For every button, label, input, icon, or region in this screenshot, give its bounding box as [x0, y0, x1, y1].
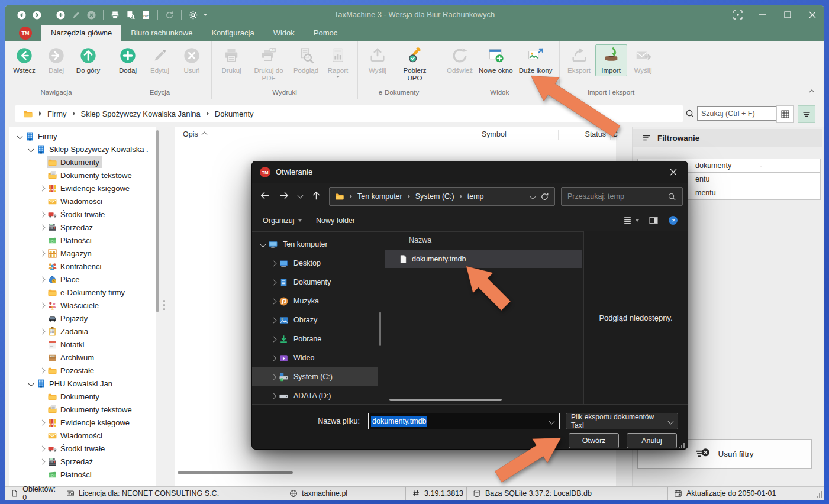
view-mode-button[interactable]	[622, 215, 639, 225]
tree-item[interactable]: PHU Kowalski Jan	[9, 377, 156, 390]
tree-item[interactable]: Sprzedaż	[9, 455, 156, 468]
address-segment[interactable]: System (C:)	[415, 192, 454, 201]
open-button[interactable]: Otwórz	[569, 433, 619, 448]
dialog-tree-item[interactable]: Ten komputer	[252, 235, 378, 254]
list-horizontal-scrollbar[interactable]	[178, 471, 293, 474]
file-row[interactable]: dokumenty.tmdb	[385, 250, 582, 268]
tree-item[interactable]: Kontrahenci	[9, 260, 156, 273]
tree-item[interactable]: Firmy	[9, 130, 156, 143]
ribbon-collapse-button[interactable]	[808, 88, 816, 95]
address-segment[interactable]: Ten komputer	[357, 192, 402, 201]
tree-item[interactable]: e-Dokumenty firmy	[9, 286, 156, 299]
dialog-tree-item[interactable]: Muzyka	[252, 292, 378, 311]
column-name[interactable]: Nazwa	[409, 236, 431, 244]
wstecz-button[interactable]: Wstecz	[8, 44, 40, 76]
tab-widok[interactable]: Widok	[264, 25, 304, 41]
qat-forward-icon[interactable]	[32, 10, 42, 20]
address-dropdown-icon[interactable]	[530, 193, 536, 199]
organize-button[interactable]: Organizuj	[263, 210, 302, 231]
tab-biuro-rachunkowe[interactable]: Biuro rachunkowe	[121, 25, 202, 41]
tree-item[interactable]: Wiadomości	[9, 195, 156, 208]
tree-item[interactable]: $Płace	[9, 273, 156, 286]
column-header-c[interactable]: C	[612, 130, 618, 138]
panel-splitter[interactable]	[163, 300, 165, 310]
pobierz-upo-button[interactable]: Pobierz UPO	[393, 44, 436, 84]
tree-item[interactable]: Ewidencje księgowe	[9, 182, 156, 195]
qat-delete-icon[interactable]	[86, 10, 96, 20]
dialog-close-icon[interactable]	[667, 166, 679, 178]
column-header-symbol[interactable]: Symbol	[482, 130, 507, 138]
qat-settings-icon[interactable]	[188, 10, 198, 20]
qat-refresh-icon[interactable]	[164, 10, 175, 20]
tree-item[interactable]: Płatności	[9, 468, 156, 481]
file-type-select[interactable]: Plik eksportu dokumentów TaxI	[566, 413, 678, 429]
nav-history-icon[interactable]	[298, 193, 304, 199]
qat-pdf-icon[interactable]: PDF	[141, 10, 151, 20]
refresh-icon[interactable]	[540, 192, 549, 201]
tree-item[interactable]: Pojazdy	[9, 312, 156, 325]
nowe-okno-button[interactable]: Nowe okno	[476, 44, 516, 76]
file-list-scrollbar[interactable]	[389, 399, 502, 401]
tab-pomoc[interactable]: Pomoc	[304, 25, 347, 41]
address-segment[interactable]: temp	[467, 192, 484, 201]
tree-item[interactable]: Właściciele	[9, 299, 156, 312]
maximize-icon[interactable]	[782, 9, 793, 21]
column-header-opis[interactable]: Opis	[183, 130, 207, 138]
tree-item[interactable]: Pozostałe	[9, 364, 156, 377]
column-header-status[interactable]: Status	[585, 130, 606, 138]
tree-item[interactable]: Środki trwałe	[9, 208, 156, 221]
nav-forward-icon[interactable]	[279, 190, 290, 201]
tab-konfiguracja[interactable]: Konfiguracja	[202, 25, 263, 41]
breadcrumb-item[interactable]: Firmy	[47, 109, 67, 118]
tree-item[interactable]: Płatności	[9, 234, 156, 247]
tree-item[interactable]: Środki trwałe	[9, 442, 156, 455]
breadcrumb-item[interactable]: Dokumenty	[215, 109, 254, 118]
tree-item[interactable]: Dokumenty tekstowe	[9, 403, 156, 416]
tree-item[interactable]: Notatki	[9, 338, 156, 351]
filter-row-value[interactable]	[754, 186, 820, 199]
tree-item[interactable]: Wiadomości	[9, 429, 156, 442]
dialog-tree-item[interactable]: Obrazy	[252, 311, 378, 329]
grid-view-button[interactable]	[776, 105, 794, 123]
qat-edit-icon[interactable]	[71, 10, 81, 20]
tab-narzędzia-główne[interactable]: Narzędzia główne	[41, 25, 121, 41]
dialog-search-input[interactable]: Przeszukaj: temp	[561, 187, 683, 206]
do-góry-button[interactable]: Do góry	[72, 44, 104, 76]
tree-scrollbar[interactable]	[156, 130, 159, 312]
close-icon[interactable]	[807, 9, 818, 21]
tree-item[interactable]: Sklep Spożywczy Kowalska .	[9, 143, 156, 156]
tree-item[interactable]: Sprzedaż	[9, 221, 156, 234]
dialog-resize-grip[interactable]	[679, 443, 685, 448]
app-logo[interactable]: TM	[19, 27, 32, 40]
breadcrumb-item[interactable]: Sklep Spożywczy Kowalska Janina	[81, 109, 201, 118]
tree-item[interactable]: Archiwum	[9, 351, 156, 364]
dialog-tree-item[interactable]: Pobrane	[252, 329, 378, 348]
dialog-tree-scrollbar[interactable]	[379, 312, 381, 346]
dialog-tree-item[interactable]: Dokumenty	[252, 273, 378, 292]
tree-item[interactable]: Magazyn	[9, 247, 156, 260]
help-icon[interactable]: ?	[668, 215, 678, 225]
cancel-button[interactable]: Anuluj	[627, 433, 677, 448]
qat-back-icon[interactable]	[17, 10, 27, 20]
import-button[interactable]: Import	[595, 44, 627, 76]
filter-row-value[interactable]	[754, 173, 820, 186]
qat-print-icon[interactable]	[110, 10, 120, 20]
preview-pane-icon[interactable]	[649, 215, 659, 225]
tree-item[interactable]: Dokumenty tekstowe	[9, 169, 156, 182]
qat-add-icon[interactable]	[56, 10, 66, 20]
filter-toggle-button[interactable]	[798, 105, 815, 123]
breadcrumb[interactable]: FirmySklep Spożywczy Kowalska JaninaDoku…	[15, 105, 683, 122]
search-input[interactable]	[697, 106, 778, 121]
dialog-tree-item[interactable]: ADATA (D:)	[252, 386, 378, 405]
address-bar[interactable]: Ten komputerSystem (C:)temp	[329, 187, 555, 206]
nav-back-icon[interactable]	[259, 190, 270, 201]
filter-row-value[interactable]: -	[754, 159, 820, 172]
tree-item[interactable]: Zadania	[9, 325, 156, 338]
file-name-input[interactable]: dokumenty.tmdb	[368, 413, 560, 429]
tree-item[interactable]: Dokumenty	[9, 156, 156, 169]
dialog-tree-item[interactable]: Wideo	[252, 348, 378, 367]
dialog-tree-item[interactable]: System (C:)	[252, 367, 378, 386]
focus-mode-icon[interactable]	[732, 9, 744, 21]
tree-item[interactable]: Ewidencje księgowe	[9, 416, 156, 429]
tree-item[interactable]: Dokumenty	[9, 390, 156, 403]
